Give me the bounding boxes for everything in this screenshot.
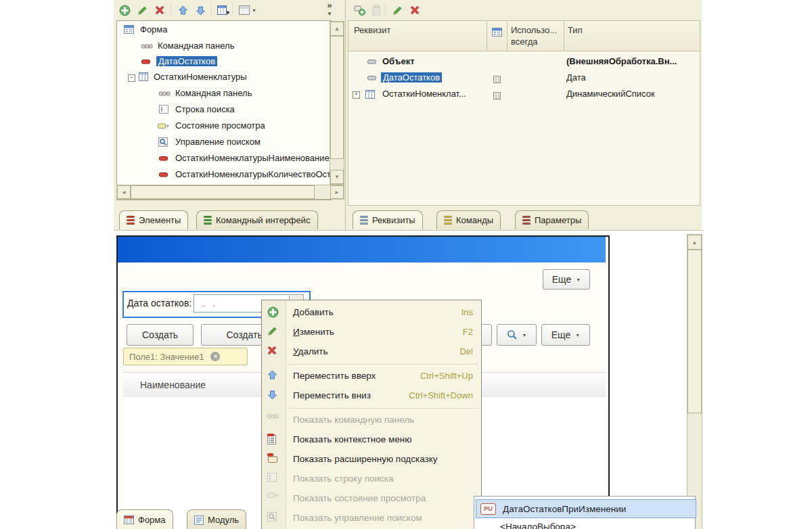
column-header-flag-icon[interactable] (492, 28, 502, 37)
menu-item-show-search-string: Показать строку поиска (262, 469, 481, 489)
date-field-label: Дата остатков: (127, 298, 191, 308)
add-button[interactable] (116, 2, 133, 18)
column-header-use-always[interactable]: Использо... (511, 25, 557, 35)
tab-attributes[interactable]: Реквизиты (353, 210, 423, 229)
menu-item-edit[interactable]: Изменить F2 (262, 323, 481, 342)
scroll-thumb[interactable] (131, 185, 315, 199)
tree-vertical-scrollbar[interactable]: ▲ ▼ (330, 21, 344, 185)
field-gray-icon (367, 60, 376, 64)
tab-command-interface[interactable]: Командный интерфейс (196, 210, 318, 229)
tab-commands[interactable]: Команды (436, 210, 501, 229)
tab-form[interactable]: Форма (116, 509, 173, 529)
module-tab-icon (194, 515, 204, 525)
attribute-row-object[interactable]: Объект (ВнешняяОбработка.Вн... (348, 54, 700, 70)
tab-elements[interactable]: Элементы (119, 210, 188, 229)
parameters-tab-icon (522, 216, 531, 225)
field-icon (159, 156, 168, 161)
scroll-down-arrow[interactable]: ▼ (330, 170, 344, 184)
field-icon (159, 172, 168, 177)
column-header-attribute[interactable]: Реквизит (354, 25, 390, 35)
designer-vertical-scrollbar[interactable]: ▲ (687, 234, 702, 529)
tree-item-dataostatkov[interactable]: ДатаОстатков (117, 54, 331, 70)
tab-module[interactable]: Модуль (187, 509, 246, 529)
panel-view-button[interactable] (237, 2, 258, 18)
table-view-button[interactable] (215, 2, 231, 18)
tooltip-icon (267, 453, 281, 463)
command-bar-icon (141, 44, 153, 49)
menu-item-delete[interactable]: Удалить Del (262, 342, 481, 362)
menu-item-show-search-control: Показать управление поиском (262, 509, 481, 528)
overflow-chevron-icon[interactable]: »▼ (323, 1, 336, 18)
menu-item-show-extended-tooltip[interactable]: Показать расширенную подсказку (262, 450, 481, 469)
column-header-type[interactable]: Тип (568, 25, 583, 35)
toolbar-separator (385, 3, 386, 16)
attributes-table-header: Реквизит Использо... всегда Тип (348, 20, 700, 51)
filter-tag[interactable]: Поле1: Значение1 ✕ (123, 348, 248, 365)
attribute-row-ostatki[interactable]: ОстаткиНоменклат... ДинамическийСписок (348, 87, 700, 103)
move-up-button[interactable] (175, 2, 191, 18)
elements-tree: Форма Командная панель ДатаОстатков Оста… (116, 20, 332, 200)
collapse-expander[interactable] (128, 74, 135, 82)
scroll-thumb[interactable] (330, 36, 344, 159)
delete-button[interactable] (407, 2, 423, 18)
tab-parameters[interactable]: Параметры (515, 210, 589, 229)
edit-pencil-button[interactable] (134, 2, 150, 18)
tree-item-view-state[interactable]: Состояние просмотра (117, 118, 331, 134)
more-button-top[interactable]: Еще (543, 269, 590, 290)
tree-item-field-kolichestvo[interactable]: ОстаткиНоменклатурыКоличествоОст (117, 167, 331, 183)
create-button[interactable]: Создать (127, 324, 194, 346)
use-always-checkbox[interactable] (493, 92, 501, 99)
move-up-icon (267, 370, 281, 380)
commands-tab-icon (444, 216, 452, 225)
expand-expander[interactable] (353, 91, 360, 99)
search-control-icon (267, 512, 281, 522)
table-icon (139, 72, 148, 81)
event-item-prichange[interactable]: PU ДатаОстатковПриИзменении (476, 499, 696, 518)
more-button-bottom[interactable]: Еще (541, 324, 590, 346)
move-down-icon (267, 390, 281, 400)
attributes-tab-icon (360, 216, 368, 225)
toolbar-separator (211, 3, 212, 16)
menu-item-add[interactable]: Добавить Ins (262, 303, 481, 323)
tree-item-ostatki-nomenklatury[interactable]: ОстаткиНоменклатуры (117, 70, 331, 85)
menu-item-show-view-state: Показать состояние просмотра (262, 489, 481, 509)
attribute-row-dataostatkov[interactable]: ДатаОстатков Дата (348, 70, 700, 87)
form-tab-icon (124, 515, 134, 524)
edit-pencil-icon (267, 326, 281, 336)
scroll-thumb[interactable] (687, 250, 702, 413)
tree-item-command-bar[interactable]: Командная панель (117, 39, 331, 54)
add-attribute-button[interactable] (351, 2, 367, 18)
add-icon (267, 306, 281, 318)
procedure-icon: PU (480, 503, 496, 515)
delete-icon (267, 346, 281, 355)
command-interface-tab-icon (204, 216, 212, 225)
search-string-icon (159, 105, 168, 114)
event-item-start-choice[interactable]: <НачалоВыбора> (500, 520, 576, 529)
search-string-icon (267, 473, 281, 482)
delete-button[interactable] (152, 2, 168, 18)
elements-panel: »▼ Форма Командная панель ДатаОстатков О… (114, 0, 345, 230)
menu-item-move-up[interactable]: Переместить вверх Ctrl+Shift+Up (262, 367, 481, 386)
field-icon (141, 60, 150, 64)
scroll-up-arrow[interactable]: ▲ (330, 22, 344, 36)
tree-item-field-naimenovanie[interactable]: ОстаткиНоменклатурыНаименование (117, 151, 331, 166)
copy-button-disabled (369, 2, 385, 18)
scroll-up-arrow[interactable]: ▲ (687, 235, 702, 250)
menu-item-move-down[interactable]: Переместить вниз Ctrl+Shift+Down (262, 386, 481, 406)
tree-item-search-string[interactable]: Строка поиска (117, 102, 331, 118)
tree-item-form[interactable]: Форма (117, 22, 331, 38)
tree-item-command-bar-2[interactable]: Командная панель (117, 86, 331, 101)
remove-filter-icon[interactable]: ✕ (210, 352, 220, 361)
search-button[interactable] (497, 324, 537, 346)
menu-item-show-context-menu[interactable]: Показать контекстное меню (262, 430, 481, 450)
command-bar-icon (267, 414, 281, 419)
scroll-left-arrow[interactable]: ◄ (117, 185, 131, 199)
edit-pencil-button[interactable] (389, 2, 405, 18)
tree-horizontal-scrollbar[interactable]: ◄ ► (116, 185, 344, 200)
scroll-right-arrow[interactable]: ► (330, 185, 344, 199)
toolbar-separator (171, 3, 172, 16)
move-down-button[interactable] (192, 2, 208, 18)
tree-item-search-control[interactable]: Управление поиском (117, 135, 331, 150)
use-always-checkbox[interactable] (493, 76, 501, 83)
context-menu-icon (267, 434, 281, 444)
